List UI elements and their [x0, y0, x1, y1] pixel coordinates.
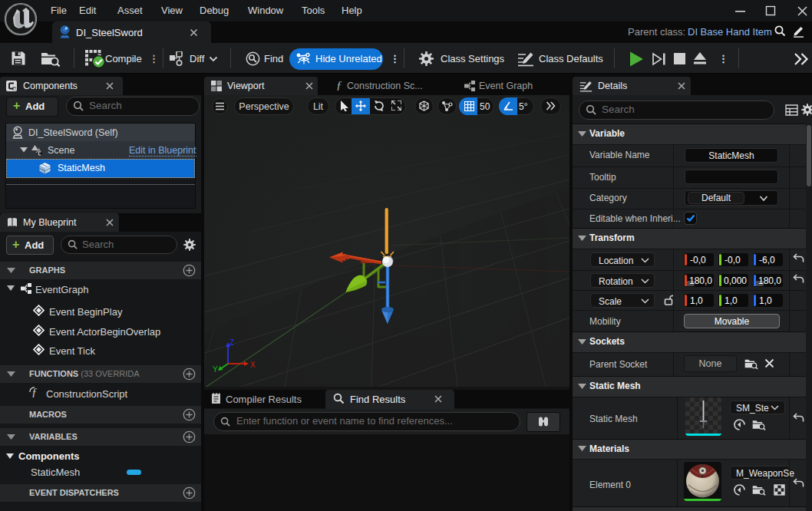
svg-text:Z: Z — [229, 338, 234, 347]
svg-text:Y: Y — [213, 365, 218, 374]
svg-text:X: X — [250, 361, 256, 369]
